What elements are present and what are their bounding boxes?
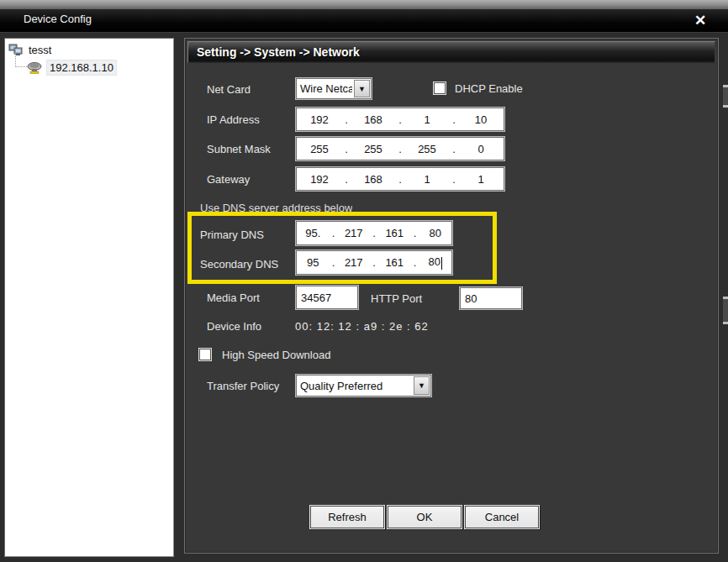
media-port-input[interactable]: 34567 xyxy=(295,285,359,310)
ip-octet: 217 xyxy=(337,256,372,269)
close-icon[interactable]: ✕ xyxy=(691,11,710,29)
octet-separator: . xyxy=(343,173,350,186)
octet-separator: . xyxy=(343,113,350,126)
ip-octet: 80 xyxy=(419,255,453,269)
device-info-label: Device Info xyxy=(207,320,261,333)
octet-separator: . xyxy=(451,143,457,155)
ip-octet: 255 xyxy=(296,143,343,155)
tree-item-group-label: tesst xyxy=(29,44,51,56)
octet-separator: . xyxy=(330,227,337,239)
device-tree-panel: tesst 192.168.1.10 xyxy=(4,38,174,557)
primary-dns-input[interactable]: 95..217.161.80 xyxy=(295,220,453,246)
dhcp-enable-checkbox[interactable] xyxy=(433,81,446,95)
screen-edge-artifact xyxy=(723,85,728,108)
subnet-mask-input[interactable]: 255.255.255.0 xyxy=(295,136,505,161)
ip-octet: 192 xyxy=(296,173,343,186)
tree-connector xyxy=(15,50,27,67)
subnet-mask-label: Subnet Mask xyxy=(207,143,271,155)
device-icon xyxy=(27,61,42,74)
http-port-input[interactable]: 80 xyxy=(459,286,523,310)
screen-edge-artifact xyxy=(723,297,728,324)
ip-address-label: IP Address xyxy=(207,113,260,126)
octet-separator: . xyxy=(397,113,404,126)
device-config-window: Device Config ✕ tesst xyxy=(0,0,728,562)
transfer-policy-label: Transfer Policy xyxy=(207,380,279,392)
octet-separator: . xyxy=(412,227,419,239)
octet-separator: . xyxy=(330,256,337,269)
refresh-button[interactable]: Refresh xyxy=(309,505,385,529)
section-header-title: Setting -> System -> Network xyxy=(197,45,360,59)
ip-octet: 168 xyxy=(350,113,397,126)
tree-item-device[interactable]: 192.168.1.10 xyxy=(27,59,117,76)
ip-octet: 1 xyxy=(404,113,451,126)
ip-octet: 161 xyxy=(377,227,412,239)
ip-octet: 10 xyxy=(457,113,504,126)
net-card-dropdown[interactable]: Wire Netcard ▼ xyxy=(295,77,372,100)
transfer-policy-dropdown[interactable]: Quality Preferred ▼ xyxy=(295,374,432,397)
octet-separator: . xyxy=(371,256,377,269)
device-info-value: 00: 12: 12 : a9 : 2e : 62 xyxy=(295,320,429,333)
tree-item-device-label: 192.168.1.10 xyxy=(46,60,117,76)
http-port-label: HTTP Port xyxy=(371,292,422,305)
ip-octet: 168 xyxy=(350,173,397,186)
primary-dns-label: Primary DNS xyxy=(200,228,264,241)
network-settings-panel: Setting -> System -> Network Net Card Wi… xyxy=(184,38,719,554)
octet-separator: . xyxy=(397,173,404,186)
ip-octet: 161 xyxy=(377,256,412,269)
ip-octet: 217 xyxy=(337,227,372,239)
ip-octet: 95 xyxy=(296,256,330,269)
octet-separator: . xyxy=(343,143,350,155)
chevron-down-icon[interactable]: ▼ xyxy=(414,376,430,395)
ip-octet: 255 xyxy=(350,143,397,155)
section-header: Setting -> System -> Network xyxy=(187,41,715,63)
high-speed-download-label: High Speed Download xyxy=(222,349,330,361)
chevron-down-icon[interactable]: ▼ xyxy=(354,80,370,97)
secondary-dns-input[interactable]: 95.217.161.80 xyxy=(295,249,453,276)
ip-address-input[interactable]: 192.168.1.10 xyxy=(295,107,505,132)
ip-octet: 0 xyxy=(457,143,504,155)
net-card-label: Net Card xyxy=(207,83,251,96)
window-top-edge xyxy=(0,0,728,9)
ip-octet: 192 xyxy=(296,113,343,126)
ip-octet: 255 xyxy=(404,143,451,155)
octet-separator: . xyxy=(451,113,457,126)
secondary-dns-label: Secondary DNS xyxy=(200,258,278,270)
gateway-label: Gateway xyxy=(207,173,250,186)
dhcp-enable-label: DHCP Enable xyxy=(455,82,523,95)
dns-note: Use DNS server address below xyxy=(200,202,352,213)
octet-separator: . xyxy=(397,143,404,155)
ip-octet: 1 xyxy=(457,173,504,186)
text-caret xyxy=(441,257,442,270)
window-title: Device Config xyxy=(24,13,92,25)
octet-separator: . xyxy=(412,256,419,269)
octet-separator: . xyxy=(371,227,377,239)
ok-button[interactable]: OK xyxy=(387,505,462,529)
ip-octet: 95. xyxy=(296,227,330,239)
ip-octet: 80 xyxy=(419,227,453,239)
ip-octet: 1 xyxy=(404,173,451,186)
transfer-policy-value: Quality Preferred xyxy=(296,380,412,392)
octet-separator: . xyxy=(451,173,457,186)
gateway-input[interactable]: 192.168.1.1 xyxy=(295,166,505,192)
net-card-value: Wire Netcard xyxy=(296,82,352,95)
title-bar: Device Config ✕ xyxy=(0,9,728,33)
media-port-label: Media Port xyxy=(207,292,260,304)
high-speed-download-checkbox[interactable] xyxy=(198,348,212,361)
cancel-button[interactable]: Cancel xyxy=(464,505,540,529)
